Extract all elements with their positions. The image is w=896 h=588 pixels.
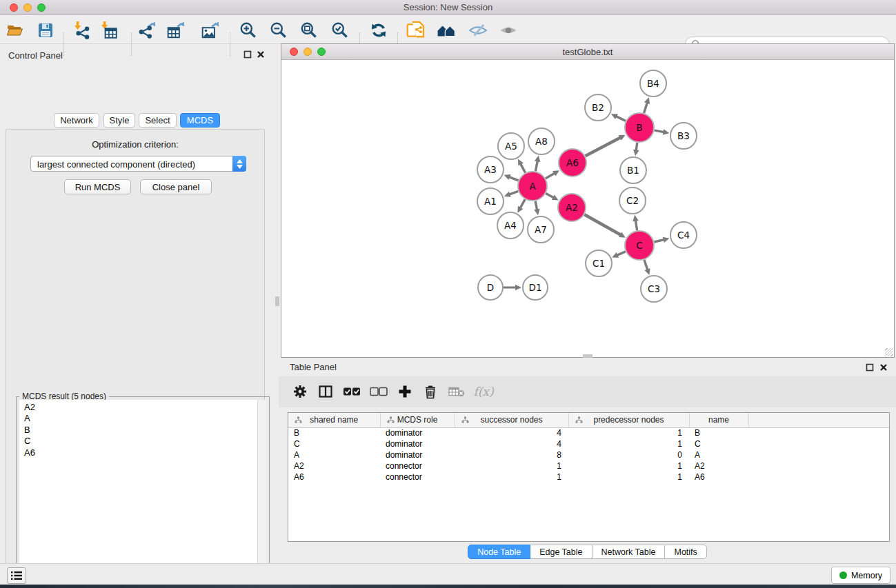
table-header-row[interactable]: shared nameMCDS rolesuccessor nodesprede… (288, 413, 889, 427)
run-mcds-button[interactable]: Run MCDS (64, 179, 131, 194)
home-view-button[interactable] (434, 18, 459, 43)
table-row[interactable]: Bdominator41B (288, 427, 889, 438)
table-cell: connector (380, 460, 455, 472)
table-body[interactable]: Bdominator41BCdominator41CAdominator80AA… (288, 427, 889, 483)
column-header-name[interactable]: name (689, 413, 748, 427)
edge-A-A1[interactable] (509, 191, 518, 194)
edge-A-A3[interactable] (509, 177, 519, 181)
zoom-out-button[interactable] (266, 18, 291, 43)
network-graph[interactable]: AA1A2A3A4A5A6A7A8BB1B2B3B4CC1C2C3C4DD1 (281, 60, 894, 357)
tab-node-table[interactable]: Node Table (468, 545, 530, 559)
dropdown-stepper-icon (232, 156, 246, 172)
zoom-in-button[interactable] (236, 18, 261, 43)
close-panel-button[interactable]: Close panel (140, 179, 212, 194)
resize-grip[interactable] (885, 348, 893, 356)
edge-C-C1[interactable] (617, 252, 626, 255)
close-panel-icon[interactable] (257, 50, 265, 59)
table-settings-button[interactable] (288, 380, 312, 403)
tab-edge-table[interactable]: Edge Table (530, 545, 592, 559)
clone-network-button[interactable] (404, 18, 428, 43)
edge-A-A6[interactable] (546, 173, 555, 179)
mcds-result-item[interactable]: C (24, 436, 266, 447)
float-panel-icon[interactable] (243, 50, 252, 59)
export-network-button[interactable] (135, 18, 159, 43)
mcds-result-item[interactable]: A (24, 413, 266, 424)
refresh-button[interactable] (366, 18, 391, 43)
deselect-all-button[interactable] (367, 380, 390, 403)
hide-annotations-button[interactable] (466, 18, 490, 43)
column-header-shared-name[interactable]: shared name (288, 413, 380, 427)
network-window-titlebar: testGlobe.txt (281, 44, 894, 60)
tab-network-table[interactable]: Network Table (593, 545, 666, 559)
horizontal-splitter-handle[interactable] (583, 354, 593, 358)
export-table-button[interactable] (163, 18, 188, 43)
edge-B-B1[interactable] (636, 143, 637, 151)
edge-A-A2[interactable] (546, 194, 553, 198)
tab-motifs[interactable]: Motifs (665, 545, 706, 559)
edge-B-B4[interactable] (644, 103, 648, 113)
edge-A-A7[interactable] (535, 201, 537, 210)
table-cell: A2 (689, 460, 748, 472)
table-cell: A (288, 449, 380, 460)
checked-boxes-icon (343, 387, 361, 396)
add-column-button[interactable] (393, 380, 417, 403)
node-label-A5: A5 (505, 141, 517, 152)
table-row[interactable]: Cdominator41C (288, 438, 889, 449)
export-image-button[interactable] (198, 18, 223, 43)
mcds-result-item[interactable]: A6 (24, 447, 266, 458)
table-row[interactable]: A2connector11A2 (288, 460, 889, 472)
edge-C-C4[interactable] (654, 240, 664, 242)
edge-C-C2[interactable] (635, 221, 637, 231)
edge-A-A4[interactable] (520, 199, 525, 208)
tab-mcds[interactable]: MCDS (180, 113, 220, 128)
import-table-button[interactable] (97, 18, 121, 43)
mcds-list-scrollbar[interactable] (257, 400, 266, 588)
zoom-selected-button[interactable] (328, 18, 352, 43)
float-table-panel-icon[interactable] (866, 363, 874, 372)
column-header-mcds-role[interactable]: MCDS role (380, 413, 455, 427)
task-history-button[interactable] (7, 567, 26, 584)
import-network-button[interactable] (69, 18, 94, 43)
tab-network[interactable]: Network (54, 113, 99, 128)
delete-column-button[interactable] (419, 380, 442, 403)
save-session-button[interactable] (33, 18, 58, 43)
eye-slash-icon (468, 21, 488, 40)
memory-label: Memory (851, 571, 882, 580)
column-header-predecessor-nodes[interactable]: predecessor nodes (568, 413, 689, 427)
table-cell: 4 (455, 427, 568, 438)
mcds-result-item[interactable]: B (24, 425, 266, 436)
mcds-tab-content: Optimization criterion: largest connecte… (6, 129, 265, 588)
select-all-button[interactable] (340, 380, 364, 403)
criterion-dropdown[interactable]: largest connected component (directed) (30, 156, 246, 172)
show-annotations-button[interactable] (496, 18, 521, 43)
table-cell: dominator (380, 438, 455, 449)
column-header-successor-nodes[interactable]: successor nodes (455, 413, 568, 427)
mcds-result-list[interactable]: A2ABCA6 (19, 400, 266, 588)
edge-A6-B[interactable] (586, 137, 621, 156)
table-cell: 1 (568, 472, 689, 483)
memory-button[interactable]: Memory (831, 567, 890, 584)
edge-C-C3[interactable] (644, 260, 648, 270)
column-browser-button[interactable] (314, 380, 337, 403)
edge-B-B2[interactable] (616, 116, 626, 121)
tab-style[interactable]: Style (103, 113, 135, 128)
edge-B-B3[interactable] (655, 130, 664, 132)
zoom-fit-icon (299, 21, 319, 40)
node-label-A6: A6 (566, 157, 579, 168)
edge-A-A8[interactable] (535, 161, 537, 171)
mcds-result-item[interactable]: A2 (24, 402, 266, 413)
node-label-A1: A1 (484, 196, 497, 207)
network-canvas[interactable]: AA1A2A3A4A5A6A7A8BB1B2B3B4CC1C2C3C4DD1 (281, 60, 894, 357)
edge-A2-C[interactable] (584, 214, 621, 235)
table-cell: A2 (288, 460, 380, 472)
edge-A-A5[interactable] (521, 164, 526, 173)
tab-select[interactable]: Select (139, 113, 177, 128)
table-row[interactable]: A6connector11A6 (288, 472, 889, 483)
close-table-panel-icon[interactable] (879, 363, 888, 372)
column-header-label: MCDS role (397, 415, 438, 425)
application-window: Session: New Session (0, 0, 896, 588)
vertical-splitter-handle[interactable] (275, 296, 279, 306)
zoom-fit-button[interactable] (297, 18, 321, 43)
table-row[interactable]: Adominator80A (288, 449, 889, 460)
open-file-button[interactable] (3, 18, 28, 43)
